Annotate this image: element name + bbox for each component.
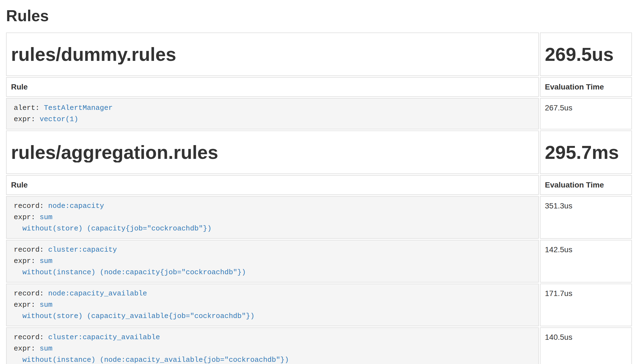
rule-eval-time-cell: 351.3us bbox=[540, 196, 632, 239]
rule-cell: record: node:capacity_available expr: su… bbox=[6, 284, 539, 326]
rule-cell: alert: TestAlertManager expr: vector(1) bbox=[6, 98, 539, 129]
rule-link[interactable]: without(store) (capacity_available{job="… bbox=[22, 312, 255, 320]
page-title: Rules bbox=[6, 7, 632, 24]
rule-link[interactable]: node:capacity bbox=[48, 202, 104, 210]
rule-column-header: Rule bbox=[6, 175, 539, 195]
rules-table: rules/dummy.rules269.5usRuleEvaluation T… bbox=[5, 31, 633, 364]
rule-link[interactable]: without(instance) (node:capacity{job="co… bbox=[22, 268, 246, 276]
rule-column-header: Rule bbox=[6, 77, 539, 97]
evaluation-time-column-header: Evaluation Time bbox=[540, 175, 632, 195]
column-header-row: RuleEvaluation Time bbox=[6, 77, 632, 97]
rule-cell: record: cluster:capacity_available expr:… bbox=[6, 327, 539, 364]
rule-group-eval-time-cell: 295.7ms bbox=[540, 131, 632, 174]
rule-link[interactable]: sum bbox=[40, 213, 53, 221]
rule-row: record: cluster:capacity_available expr:… bbox=[6, 327, 632, 364]
evaluation-time-column-header: Evaluation Time bbox=[540, 77, 632, 97]
rule-definition: record: cluster:capacity expr: sum witho… bbox=[14, 244, 531, 278]
rule-eval-time-cell: 267.5us bbox=[540, 98, 632, 129]
rule-link[interactable]: node:capacity_available bbox=[48, 289, 147, 298]
rule-group-eval-time: 295.7ms bbox=[545, 142, 627, 162]
rule-definition: alert: TestAlertManager expr: vector(1) bbox=[14, 102, 531, 125]
rule-link[interactable]: TestAlertManager bbox=[44, 104, 113, 112]
column-header-row: RuleEvaluation Time bbox=[6, 175, 632, 195]
rules-page: Rules rules/dummy.rules269.5usRuleEvalua… bbox=[0, 0, 638, 364]
rule-row: record: node:capacity expr: sum without(… bbox=[6, 196, 632, 239]
rule-eval-time-cell: 171.7us bbox=[540, 284, 632, 326]
rule-row: record: cluster:capacity expr: sum witho… bbox=[6, 240, 632, 282]
rule-cell: record: node:capacity expr: sum without(… bbox=[6, 196, 539, 239]
rule-definition: record: node:capacity_available expr: su… bbox=[14, 288, 531, 322]
rule-group-row: rules/aggregation.rules295.7ms bbox=[6, 131, 632, 174]
rule-link[interactable]: vector(1) bbox=[40, 115, 78, 123]
rule-row: record: node:capacity_available expr: su… bbox=[6, 284, 632, 326]
rule-link[interactable]: cluster:capacity bbox=[48, 246, 117, 254]
rule-link[interactable]: without(store) (capacity{job="cockroachd… bbox=[22, 224, 212, 233]
rule-group-name: rules/aggregation.rules bbox=[11, 142, 534, 162]
rules-table-body: rules/dummy.rules269.5usRuleEvaluation T… bbox=[6, 32, 632, 364]
rule-link[interactable]: sum bbox=[40, 301, 53, 309]
rule-group-name-cell: rules/dummy.rules bbox=[6, 32, 539, 76]
rule-eval-time-cell: 142.5us bbox=[540, 240, 632, 282]
rule-group-row: rules/dummy.rules269.5us bbox=[6, 32, 632, 76]
rule-eval-time-cell: 140.5us bbox=[540, 327, 632, 364]
rule-definition: record: cluster:capacity_available expr:… bbox=[14, 332, 531, 364]
rule-group-name: rules/dummy.rules bbox=[11, 44, 534, 64]
rule-group-eval-time-cell: 269.5us bbox=[540, 32, 632, 76]
rule-group-name-cell: rules/aggregation.rules bbox=[6, 131, 539, 174]
rule-link[interactable]: sum bbox=[40, 257, 53, 265]
rule-link[interactable]: sum bbox=[40, 344, 53, 353]
rule-cell: record: cluster:capacity expr: sum witho… bbox=[6, 240, 539, 282]
rule-definition: record: node:capacity expr: sum without(… bbox=[14, 200, 531, 234]
rule-row: alert: TestAlertManager expr: vector(1)2… bbox=[6, 98, 632, 129]
rule-link[interactable]: cluster:capacity_available bbox=[48, 333, 160, 341]
rule-link[interactable]: without(instance) (node:capacity_availab… bbox=[22, 356, 289, 364]
rule-group-eval-time: 269.5us bbox=[545, 44, 627, 64]
